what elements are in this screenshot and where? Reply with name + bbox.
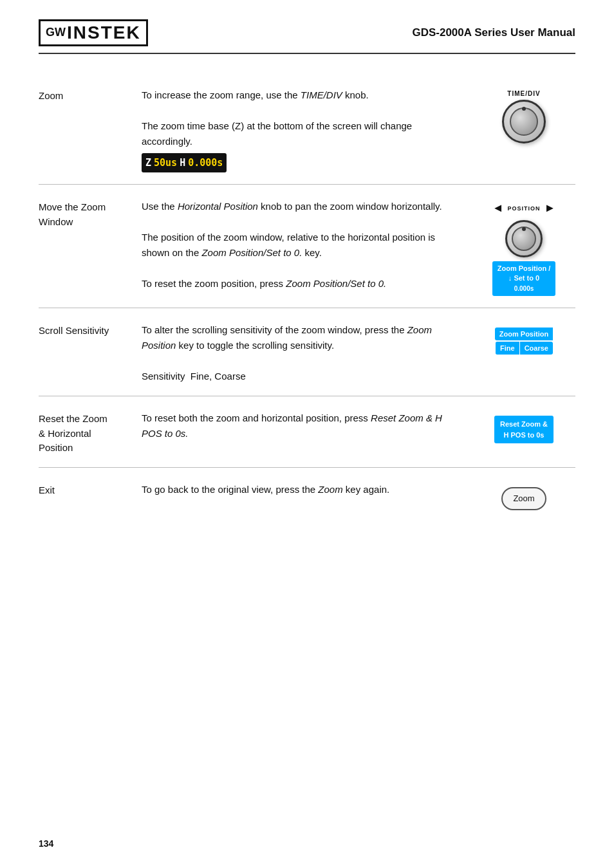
manual-title: GDS-2000A Series User Manual — [412, 26, 575, 39]
row-move-zoom: Move the ZoomWindow Use the Horizontal P… — [39, 185, 575, 308]
z-label: Z — [145, 155, 151, 171]
zoom-pos-line1: Zoom Position / — [498, 264, 551, 272]
scroll-zoom-pos-label[interactable]: Zoom Position — [495, 328, 553, 340]
label-zoom: Zoom — [39, 88, 142, 104]
page: GWINSTEK GDS-2000A Series User Manual Zo… — [0, 0, 614, 868]
reset-line2: H POS to 0s — [504, 431, 544, 439]
h-value: 0.000s — [188, 155, 223, 171]
logo: GWINSTEK — [39, 19, 148, 46]
reset-italic: Reset Zoom & H POS to 0s. — [142, 412, 442, 439]
right-arrow-icon: ► — [544, 201, 556, 215]
zoom-position-button[interactable]: Zoom Position / ↓ Set to 0 0.000s — [492, 261, 556, 296]
zoom-pos-line2: ↓ Set to 0 — [508, 274, 539, 282]
z-value: 50us — [154, 155, 177, 171]
content-reset: To reset both the zoom and horizontal po… — [142, 411, 472, 441]
knob-position — [505, 220, 543, 257]
reset-line1: Reset Zoom & — [500, 420, 548, 428]
zoompos-italic2: Zoom Position/Set to 0. — [286, 278, 386, 289]
left-arrow-icon: ◄ — [492, 201, 504, 215]
knob-label-timediv: TIME/DIV — [507, 90, 540, 97]
zoom-italic: Zoom — [318, 484, 342, 495]
row-zoom: Zoom To increase the zoom range, use the… — [39, 73, 575, 185]
scroll-fine-button[interactable]: Fine — [495, 342, 519, 355]
scroll-sensitivity-buttons: Zoom Position — [495, 328, 553, 340]
label-exit: Exit — [39, 482, 142, 498]
visual-move-zoom: ◄ POSITION ► Zoom Position / ↓ Set to 0 … — [472, 199, 575, 296]
reset-zoom-button[interactable]: Reset Zoom & H POS to 0s — [494, 416, 554, 443]
timediv-italic: TIME/DIV — [301, 89, 342, 100]
knob-position-inner — [512, 226, 536, 251]
header: GWINSTEK GDS-2000A Series User Manual — [39, 19, 575, 54]
position-label: POSITION — [507, 205, 540, 212]
hpos-italic: Horizontal Position — [178, 201, 258, 212]
zoom-circle-label: Zoom — [513, 494, 534, 503]
label-move-zoom: Move the ZoomWindow — [39, 199, 142, 229]
zoompos-italic1: Zoom Position/Set to 0. — [201, 247, 302, 258]
logo-gw: GW — [46, 26, 66, 39]
content-scroll: To alter the scrolling sensitivity of th… — [142, 322, 472, 384]
content-exit: To go back to the original view, press t… — [142, 482, 472, 497]
knob-timediv — [502, 100, 546, 143]
visual-zoom: TIME/DIV — [472, 88, 575, 143]
logo-instek: INSTEK — [67, 23, 141, 43]
zoom-circle-button[interactable]: Zoom — [501, 487, 546, 510]
content-area: Zoom To increase the zoom range, use the… — [39, 73, 575, 522]
visual-scroll: Zoom Position Fine Coarse — [472, 322, 575, 355]
label-scroll: Scroll Sensitivity — [39, 322, 142, 338]
knob-timediv-inner — [510, 107, 538, 136]
visual-exit: Zoom — [472, 482, 575, 510]
row-exit: Exit To go back to the original view, pr… — [39, 468, 575, 522]
position-row: ◄ POSITION ► — [492, 201, 556, 215]
row-reset: Reset the Zoom& HorizontalPosition To re… — [39, 396, 575, 468]
scroll-coarse-button[interactable]: Coarse — [519, 342, 553, 355]
content-move-zoom: Use the Horizontal Position knob to pan … — [142, 199, 472, 291]
time-display: Z 50us H 0.000s — [142, 153, 227, 172]
zoompos-italic3: Zoom Position — [142, 324, 432, 351]
page-number: 134 — [39, 838, 53, 849]
content-zoom: To increase the zoom range, use the TIME… — [142, 88, 472, 172]
h-label: H — [180, 155, 185, 171]
scroll-fine-coarse-row: Fine Coarse — [495, 342, 553, 355]
label-reset: Reset the Zoom& HorizontalPosition — [39, 411, 142, 456]
row-scroll: Scroll Sensitivity To alter the scrollin… — [39, 308, 575, 396]
zoom-pos-line3: 0.000s — [514, 285, 534, 292]
visual-reset: Reset Zoom & H POS to 0s — [472, 411, 575, 443]
